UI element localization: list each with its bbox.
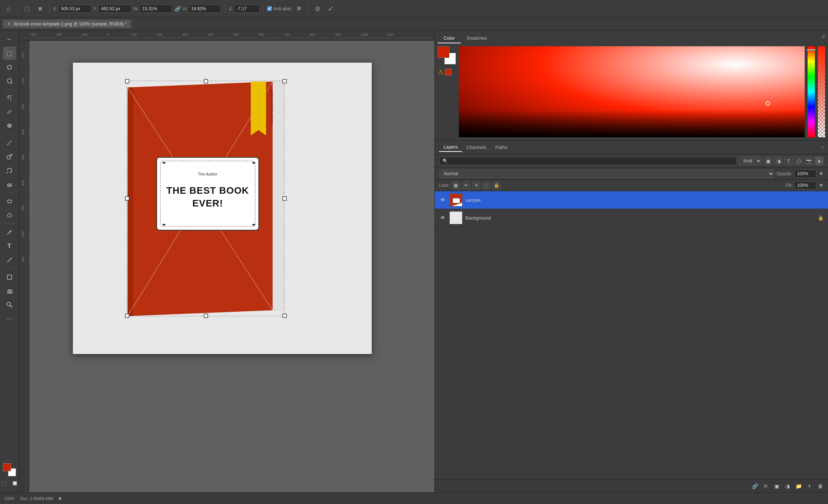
lock-image-pixels-btn[interactable]: ✏: [462, 181, 470, 189]
color-warning-row: ⚠: [438, 68, 456, 76]
gradient-picker-handle[interactable]: [766, 101, 770, 106]
shape-tool[interactable]: [3, 271, 16, 284]
opacity-dropdown-icon[interactable]: ▼: [819, 171, 824, 177]
lasso-tool[interactable]: [3, 60, 16, 74]
color-panel-menu-icon[interactable]: ≡: [822, 34, 825, 43]
dodge-tool[interactable]: [3, 209, 16, 222]
tab-color[interactable]: Color: [438, 34, 461, 43]
filter-type-icon[interactable]: T: [784, 157, 793, 165]
hue-bar[interactable]: [808, 46, 815, 137]
toolbar-separator-4: [263, 4, 263, 13]
fg-bg-swatches[interactable]: [3, 463, 16, 476]
foreground-color-box[interactable]: [438, 46, 449, 58]
eraser-tool[interactable]: [3, 178, 16, 191]
layers-panel-menu-icon[interactable]: ≡: [821, 145, 824, 150]
lock-transparent-pixels-btn[interactable]: ▦: [452, 181, 460, 189]
filter-smart-icon[interactable]: 📷: [805, 157, 813, 165]
foreground-color-swatch[interactable]: [3, 463, 11, 471]
transform-options-icon[interactable]: ▦: [35, 3, 46, 14]
layer-fx-icon[interactable]: fx: [761, 481, 770, 491]
cancel-transform-icon[interactable]: ⊘: [312, 3, 323, 14]
lock-all-btn[interactable]: 🔒: [493, 181, 501, 189]
toolbar-separator-5: [308, 4, 309, 13]
svg-rect-62: [204, 79, 208, 83]
add-mask-icon[interactable]: ▣: [772, 481, 781, 491]
warp-icon[interactable]: ⌘: [294, 3, 305, 14]
tab-layers[interactable]: Layers: [439, 143, 462, 152]
new-group-icon[interactable]: 📁: [794, 481, 803, 491]
tab-channels[interactable]: Channels: [462, 143, 491, 151]
svg-text:900: 900: [21, 256, 25, 262]
new-layer-icon[interactable]: +: [805, 481, 814, 491]
x-input[interactable]: [58, 5, 91, 13]
antialias-label[interactable]: Anti-alias: [267, 6, 291, 11]
fill-dropdown-icon[interactable]: ▼: [819, 182, 824, 188]
color-gradient-picker[interactable]: [459, 46, 805, 137]
chain-link-icon[interactable]: 🔗: [175, 6, 181, 12]
filter-toggle[interactable]: ●: [815, 157, 824, 165]
extras-tool[interactable]: ⋯: [3, 312, 16, 325]
quick-mask-on-icon[interactable]: 🔲: [10, 479, 19, 487]
tab-paths[interactable]: Paths: [491, 143, 512, 151]
filter-kind-select[interactable]: Kind: [739, 157, 762, 165]
quick-select-tool[interactable]: [3, 74, 16, 87]
select-transform-icon[interactable]: ⬚: [22, 3, 32, 14]
svg-text:800: 800: [310, 33, 315, 36]
y-input[interactable]: [98, 5, 131, 13]
hand-tool[interactable]: [3, 284, 16, 298]
svg-rect-64: [125, 197, 129, 200]
move-tool[interactable]: ↔: [3, 33, 16, 46]
home-icon[interactable]: ⌂: [3, 3, 14, 14]
layer-item-background[interactable]: 👁 Background 🔒: [435, 209, 828, 227]
svg-line-6: [9, 111, 10, 113]
svg-text:200: 200: [21, 78, 25, 83]
lock-label: Lock:: [439, 183, 450, 188]
svg-rect-71: [453, 198, 460, 203]
antialias-checkbox[interactable]: [267, 6, 272, 11]
blend-mode-select[interactable]: Normal: [439, 169, 774, 178]
filter-adjustment-icon[interactable]: ◑: [774, 157, 783, 165]
w-input[interactable]: [140, 5, 172, 13]
svg-marker-50: [128, 87, 133, 316]
blur-tool[interactable]: [3, 195, 16, 208]
zoom-tool[interactable]: [3, 298, 16, 311]
tab-swatches[interactable]: Swatches: [461, 34, 493, 43]
layer-visibility-background[interactable]: 👁: [439, 214, 446, 221]
angle-input[interactable]: [234, 5, 259, 13]
text-tool[interactable]: T: [3, 240, 16, 253]
crop-tool[interactable]: [3, 91, 16, 105]
clone-stamp-tool[interactable]: [3, 150, 16, 163]
filter-pixel-icon[interactable]: ▣: [764, 157, 773, 165]
hue-handle[interactable]: [806, 49, 816, 51]
layers-search-input[interactable]: [449, 158, 486, 164]
patch-tool[interactable]: [3, 119, 16, 132]
out-of-gamut-swatch[interactable]: [445, 69, 452, 75]
opacity-input[interactable]: [794, 170, 816, 178]
history-brush-tool[interactable]: [3, 164, 16, 177]
tool-separator-1: [4, 89, 15, 90]
alpha-bar[interactable]: [818, 46, 825, 137]
svg-text:200: 200: [157, 33, 162, 36]
lock-artboard-btn[interactable]: ⬚: [483, 181, 491, 189]
fill-input[interactable]: [794, 181, 816, 189]
tab-close-icon[interactable]: ✕: [7, 21, 11, 27]
link-layers-icon[interactable]: 🔗: [750, 481, 759, 491]
quick-mask-off-icon[interactable]: ⬛: [0, 479, 9, 487]
brush-tool[interactable]: [3, 136, 16, 149]
filter-shape-icon[interactable]: ⬡: [794, 157, 803, 165]
path-select-tool[interactable]: [3, 253, 16, 267]
lock-position-btn[interactable]: ✛: [472, 181, 480, 189]
document-tab[interactable]: ✕ 3d-book-cover-template-1.png @ 100% (s…: [3, 20, 131, 28]
adjustment-layer-icon[interactable]: ◑: [783, 481, 792, 491]
delete-layer-icon[interactable]: 🗑: [816, 481, 825, 491]
gamut-warning-icon[interactable]: ⚠: [438, 68, 444, 76]
search-icon: 🔍: [442, 158, 448, 164]
confirm-transform-icon[interactable]: ✓: [325, 3, 336, 14]
eyedropper-tool[interactable]: [3, 105, 16, 118]
layer-item-sample[interactable]: 👁 sample: [435, 191, 828, 209]
status-arrow[interactable]: ▶: [59, 496, 62, 501]
pen-tool[interactable]: [3, 226, 16, 239]
select-tool[interactable]: ⬚: [3, 47, 16, 60]
h-input[interactable]: [188, 5, 221, 13]
layer-visibility-sample[interactable]: 👁: [439, 196, 446, 204]
